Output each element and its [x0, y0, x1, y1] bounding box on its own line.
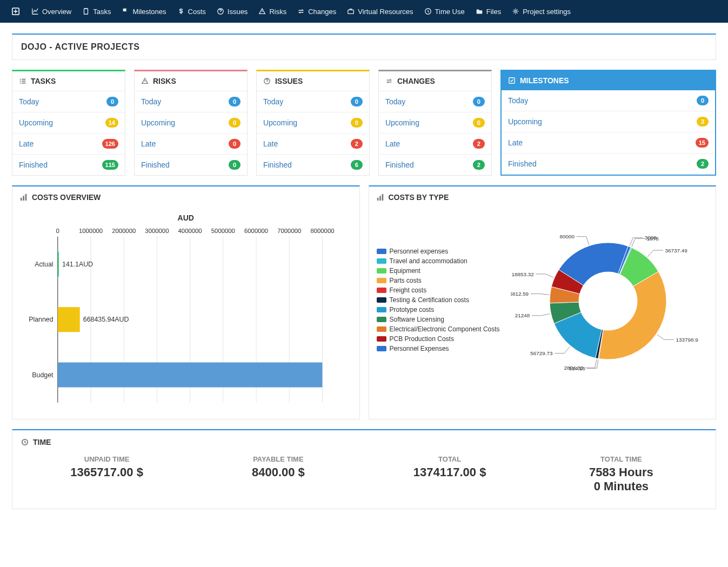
svg-rect-1 — [84, 9, 88, 15]
stat-row: Late0 — [135, 134, 247, 155]
svg-rect-4 — [348, 10, 354, 14]
card-title: ISSUES — [275, 77, 303, 85]
stat-link-late[interactable]: Late — [385, 139, 400, 148]
stat-link-today[interactable]: Today — [508, 96, 528, 105]
legend-label: Travel and accommodation — [390, 257, 467, 265]
svg-text:2804.86: 2804.86 — [564, 365, 583, 371]
add-button[interactable] — [5, 0, 26, 23]
svg-text:0: 0 — [56, 228, 59, 234]
svg-text:668435.94AUD: 668435.94AUD — [83, 316, 129, 323]
legend-label: PCB Production Costs — [390, 335, 454, 343]
svg-rect-41 — [382, 194, 383, 201]
costs-by-type-chart: 3000107836737.49133798.9514.152804.86567… — [511, 214, 705, 389]
stat-badge: 3 — [697, 117, 709, 126]
legend-swatch — [377, 278, 386, 283]
payable-time-value: 8400.00 $ — [192, 465, 364, 479]
stat-badge: 0 — [473, 97, 485, 106]
stat-link-late[interactable]: Late — [508, 138, 523, 147]
stat-link-upcoming[interactable]: Upcoming — [141, 118, 175, 127]
card-title: RISKS — [153, 77, 176, 85]
stat-link-finished[interactable]: Finished — [263, 161, 292, 169]
stat-row: Finished0 — [135, 155, 247, 175]
card-milestones: MILESTONESToday0Upcoming3Late15Finished2 — [500, 70, 716, 176]
svg-text:7000000: 7000000 — [277, 228, 301, 234]
legend-swatch — [377, 346, 386, 351]
svg-point-6 — [515, 10, 517, 12]
stat-badge: 0 — [106, 97, 118, 106]
stat-link-finished[interactable]: Finished — [19, 161, 48, 169]
legend-swatch — [377, 288, 386, 293]
nav-files[interactable]: Files — [470, 0, 506, 23]
stat-link-finished[interactable]: Finished — [508, 159, 537, 168]
legend-swatch — [377, 268, 386, 274]
stat-row: Today0 — [257, 91, 369, 112]
dollar-icon — [177, 8, 185, 15]
stat-badge: 2 — [473, 160, 485, 170]
stat-link-late[interactable]: Late — [263, 139, 278, 148]
svg-text:16812.59: 16812.59 — [511, 291, 529, 297]
nav-time-use[interactable]: Time Use — [419, 0, 470, 23]
legend-label: Personnel Expenses — [390, 345, 449, 352]
stat-link-today[interactable]: Today — [141, 97, 161, 106]
legend-item: Testing & Certification costs — [377, 296, 500, 304]
total-time-value-2: 0 Minutes — [536, 479, 707, 493]
legend-label: Freight costs — [390, 286, 427, 294]
bar-chart-axis-title: AUD — [20, 214, 352, 222]
nav-changes[interactable]: Changes — [292, 0, 342, 23]
nav-label: Overview — [42, 8, 71, 16]
stat-row: Late15 — [502, 132, 715, 154]
legend-item: Software Licensing — [377, 316, 500, 323]
stat-badge: 0 — [697, 96, 709, 105]
stat-link-upcoming[interactable]: Upcoming — [19, 118, 53, 127]
stat-row: Upcoming3 — [502, 111, 715, 132]
stat-link-late[interactable]: Late — [141, 139, 156, 148]
svg-text:Budget: Budget — [32, 371, 54, 379]
svg-text:56729.73: 56729.73 — [530, 350, 553, 356]
total-label: TOTAL — [364, 455, 536, 463]
legend-swatch — [377, 326, 386, 332]
nav-label: Changes — [308, 8, 336, 16]
legend-label: Personnel expenses — [390, 248, 449, 255]
legend-label: Parts costs — [390, 277, 422, 284]
chart-line-icon — [31, 8, 39, 15]
warning-icon — [258, 8, 266, 15]
nav-costs[interactable]: Costs — [172, 0, 211, 23]
stat-badge: 0 — [351, 118, 363, 128]
stat-link-finished[interactable]: Finished — [141, 161, 170, 169]
nav-overview[interactable]: Overview — [26, 0, 77, 23]
time-title: TIME — [33, 438, 51, 446]
stat-link-late[interactable]: Late — [19, 139, 34, 148]
legend-swatch — [377, 336, 386, 342]
clock-icon — [424, 8, 432, 15]
stat-link-today[interactable]: Today — [385, 97, 405, 106]
nav-issues[interactable]: Issues — [211, 0, 253, 23]
stat-link-upcoming[interactable]: Upcoming — [508, 117, 542, 126]
nav-risks[interactable]: Risks — [253, 0, 292, 23]
warning-icon — [141, 77, 149, 85]
plus-square-icon — [12, 8, 19, 15]
stat-row: Late2 — [257, 134, 369, 155]
svg-text:141.1AUD: 141.1AUD — [62, 261, 93, 268]
stat-link-today[interactable]: Today — [19, 97, 39, 106]
stat-link-upcoming[interactable]: Upcoming — [263, 118, 297, 127]
stat-link-finished[interactable]: Finished — [385, 161, 414, 169]
svg-rect-35 — [58, 307, 80, 332]
time-panel: TIME UNPAID TIME 1365717.00 $ PAYABLE TI… — [12, 429, 716, 509]
nav-tasks[interactable]: Tasks — [77, 0, 116, 23]
card-issues: ISSUESToday0Upcoming0Late2Finished6 — [256, 70, 370, 176]
nav-virtual-resources[interactable]: Virtual Resources — [342, 0, 418, 23]
legend-label: Electrical/Electronic Component Costs — [390, 325, 500, 333]
svg-rect-40 — [379, 196, 381, 201]
nav-project-settings[interactable]: Project settings — [506, 0, 576, 23]
nav-label: Virtual Resources — [358, 8, 413, 16]
nav-milestones[interactable]: Milestones — [116, 0, 171, 23]
stat-link-upcoming[interactable]: Upcoming — [385, 118, 419, 127]
total-time-value-1: 7583 Hours — [536, 465, 707, 479]
stat-row: Upcoming0 — [257, 112, 369, 134]
nav-label: Milestones — [132, 8, 166, 16]
legend-item: Parts costs — [377, 277, 500, 284]
nav-label: Costs — [188, 8, 206, 16]
stat-badge: 2 — [351, 139, 363, 149]
stat-link-today[interactable]: Today — [263, 97, 283, 106]
svg-text:2000000: 2000000 — [112, 228, 136, 234]
